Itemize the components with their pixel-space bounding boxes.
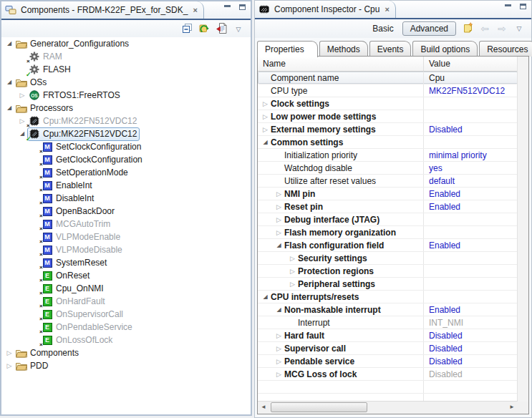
property-value[interactable]: Disabled	[429, 369, 463, 379]
property-row-protection-regions[interactable]: ▷Protection regions	[258, 265, 518, 278]
property-value[interactable]: Disabled	[429, 331, 463, 341]
expand-arrow-icon[interactable]: ▷	[17, 89, 27, 102]
view-menu-button[interactable]: ▽	[233, 23, 244, 36]
property-row-peripheral-settings[interactable]: ▷Peripheral settings	[258, 278, 518, 291]
property-row-interrupt[interactable]: InterruptINT_NMI	[258, 316, 518, 329]
tree-item-vlpmodeenable[interactable]: M×VLPModeEnable	[1, 230, 251, 243]
property-value[interactable]: Disabled	[429, 356, 463, 366]
pin-note-button[interactable]	[462, 22, 473, 35]
tab-events[interactable]: Events	[369, 41, 412, 57]
tree-item-frtos1-freertos[interactable]: ▷OSFRTOS1:FreeRTOS	[1, 89, 251, 102]
tab-resources[interactable]: Resources	[479, 41, 532, 57]
tree-item-ram[interactable]: ×RAM	[1, 50, 251, 63]
maximize-button[interactable]	[518, 4, 528, 12]
expand-arrow-icon[interactable]: ▷	[17, 115, 27, 127]
minimize-button[interactable]	[503, 4, 513, 12]
tree-item-onpendableservice[interactable]: E×OnPendableService	[1, 321, 251, 334]
property-value[interactable]: minimal priority	[429, 150, 487, 160]
property-row-cpu-interrupts-resets[interactable]: ◢CPU interrupts/resets	[258, 291, 518, 303]
scroll-thumb[interactable]	[271, 402, 367, 412]
tree-item-cpu-mk22fn512vdc12[interactable]: ◢✓Cpu:MK22FN512VDC12	[1, 127, 251, 140]
close-icon[interactable]: ×	[192, 6, 198, 14]
property-row-flash-configuration-field[interactable]: ◢Flash configuration fieldEnabled	[258, 239, 518, 252]
expand-arrow-icon[interactable]: ▷	[260, 97, 271, 110]
property-row-watchdog-disable[interactable]: Watchdog disableyes	[258, 162, 518, 175]
tree-item-flash[interactable]: ✓FLASH	[1, 63, 251, 76]
expand-arrow-icon[interactable]: ▷	[287, 252, 298, 264]
tree-item-setoperationmode[interactable]: M×SetOperationMode	[1, 166, 251, 179]
property-value[interactable]: Enabled	[429, 240, 460, 251]
property-row-component-name[interactable]: Component nameCpu	[258, 72, 518, 84]
tree-item-vlpmodedisable[interactable]: M×VLPModeDisable	[1, 243, 251, 256]
tree-item-processors[interactable]: ◢Processors	[1, 102, 251, 115]
tree-item-enableint[interactable]: M×EnableInt	[1, 179, 251, 192]
expand-arrow-icon[interactable]: ▷	[274, 188, 284, 200]
tree-item-setclockconfiguration[interactable]: M×SetClockConfiguration	[1, 140, 251, 153]
tree-item-systemreset[interactable]: M×SystemReset	[1, 256, 251, 269]
scroll-right-arrow-icon[interactable]: ►	[506, 402, 518, 413]
basic-toggle[interactable]: Basic	[369, 22, 396, 35]
collapse-all-button[interactable]	[181, 23, 193, 36]
maximize-button[interactable]	[238, 4, 247, 13]
tree-item-pdd[interactable]: ▷PDD	[1, 359, 251, 372]
property-row-hard-fault[interactable]: ▷Hard faultDisabled	[258, 329, 518, 342]
property-value[interactable]: INT_NMI	[429, 318, 463, 328]
expand-arrow-icon[interactable]: ▷	[274, 329, 284, 341]
expand-arrow-icon[interactable]: ▷	[260, 123, 271, 135]
collapse-arrow-icon[interactable]: ◢	[4, 76, 14, 89]
property-row-utilize-after-reset-values[interactable]: Utilize after reset valuesdefault	[258, 175, 518, 188]
back-button[interactable]: ⇦	[479, 22, 490, 35]
expand-arrow-icon[interactable]: ▷	[274, 342, 284, 354]
tree-item-components[interactable]: ▷Components	[1, 346, 251, 359]
inspector-view-tab[interactable]: Component Inspector - Cpu ×	[255, 1, 396, 18]
property-row-external-memory-settings[interactable]: ▷External memory settingsDisabled	[258, 123, 518, 136]
property-row-common-settings[interactable]: ◢Common settings	[258, 136, 518, 149]
property-row-supervisor-call[interactable]: ▷Supervisor callDisabled	[258, 342, 518, 355]
expand-arrow-icon[interactable]: ▷	[4, 346, 14, 359]
column-header-value[interactable]: Value	[424, 57, 518, 71]
property-row-cpu-type[interactable]: CPU typeMK22FN512VDC12	[258, 84, 518, 97]
components-view-tab[interactable]: Components - FRDM-K22F_PEx_for_SDK_ ×	[1, 1, 204, 19]
tab-properties[interactable]: Properties	[257, 41, 318, 57]
expand-arrow-icon[interactable]: ▷	[260, 110, 271, 122]
expand-arrow-icon[interactable]: ▷	[274, 226, 284, 238]
minimize-button[interactable]	[223, 4, 232, 13]
property-row-initialization-priority[interactable]: Initialization priorityminimal priority	[258, 149, 518, 162]
tree-item-onhardfault[interactable]: E×OnHardFault	[1, 295, 251, 308]
expand-arrow-icon[interactable]: ▷	[274, 368, 284, 380]
property-row-nmi-pin[interactable]: ▷NMI pinEnabled	[258, 188, 518, 200]
expand-arrow-icon[interactable]: ▷	[287, 265, 298, 277]
expand-arrow-icon[interactable]: ▷	[4, 359, 14, 372]
property-row-clock-settings[interactable]: ▷Clock settings	[258, 97, 518, 110]
collapse-arrow-icon[interactable]: ◢	[4, 37, 14, 50]
scroll-left-arrow-icon[interactable]: ◄	[258, 402, 269, 413]
property-value[interactable]: Disabled	[429, 344, 463, 354]
tab-methods[interactable]: Methods	[319, 41, 368, 57]
property-value[interactable]: Enabled	[429, 202, 460, 212]
expand-arrow-icon[interactable]: ▷	[287, 278, 298, 290]
property-value[interactable]: Cpu	[429, 73, 445, 83]
property-row-non-maskable-interrupt[interactable]: ◢Non-maskable interruptEnabled	[258, 303, 518, 316]
property-row-flash-memory-organization[interactable]: ▷Flash memory organization	[258, 226, 518, 239]
collapse-arrow-icon[interactable]: ◢	[4, 102, 14, 115]
code-generation-button[interactable]	[198, 23, 210, 36]
tree-item-oss[interactable]: ◢OSs	[1, 76, 251, 89]
property-row-low-power-mode-settings[interactable]: ▷Low power mode settings	[258, 110, 518, 123]
property-value[interactable]: yes	[429, 163, 442, 173]
property-row-security-settings[interactable]: ▷Security settings	[258, 252, 518, 265]
tree-item-onlossoflock[interactable]: E×OnLossOfLock	[1, 334, 251, 346]
property-row-mcg-loss-of-lock[interactable]: ▷MCG Loss of lockDisabled	[258, 368, 518, 381]
expand-arrow-icon[interactable]: ▷	[274, 200, 284, 213]
forward-button[interactable]: ⇨	[496, 22, 508, 35]
tree-item-mcgautotrim[interactable]: M×MCGAutoTrim	[1, 218, 251, 230]
vertical-scrollbar[interactable]	[517, 57, 528, 402]
advanced-toggle[interactable]: Advanced	[402, 21, 456, 36]
property-row-reset-pin[interactable]: ▷Reset pinEnabled	[258, 200, 518, 213]
generate-code-button[interactable]	[216, 23, 227, 36]
tree-item-cpu-onnmi[interactable]: E×Cpu_OnNMI	[1, 282, 251, 295]
close-icon[interactable]: ×	[384, 5, 390, 14]
tree-item-onsupervisorcall[interactable]: E×OnSupervisorCall	[1, 308, 251, 321]
property-value[interactable]: Enabled	[429, 189, 460, 199]
column-header-name[interactable]: Name	[258, 57, 424, 71]
tree-item-getclockconfiguration[interactable]: M×GetClockConfiguration	[1, 153, 251, 166]
